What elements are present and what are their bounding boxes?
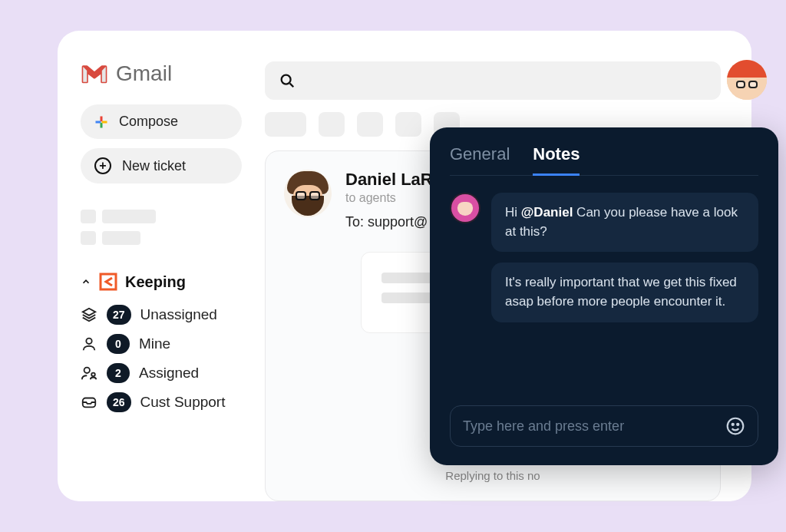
user-avatar[interactable] [727, 60, 767, 100]
inbox-icon [81, 394, 97, 411]
sidebar-item-assigned[interactable]: 2 Assigned [81, 363, 242, 383]
sidebar-item-cust-support[interactable]: 26 Cust Support [81, 392, 242, 412]
sender-avatar [284, 170, 332, 217]
svg-point-8 [91, 373, 95, 377]
compose-button[interactable]: Compose [81, 104, 242, 139]
mention[interactable]: @Daniel [521, 205, 573, 220]
svg-point-14 [737, 424, 738, 425]
search-icon [279, 72, 296, 89]
sidebar-item-label: Mine [139, 335, 170, 352]
notes-tabs: General Notes [450, 144, 758, 176]
reply-footer: Replying to this no [266, 469, 720, 482]
svg-rect-4 [101, 274, 116, 289]
toolbar-chip[interactable] [265, 112, 306, 137]
svg-rect-1 [101, 122, 103, 127]
search-input[interactable] [265, 61, 721, 100]
sidebar-item-label: Unassigned [140, 306, 217, 323]
svg-line-11 [290, 84, 294, 88]
count-badge: 0 [107, 334, 130, 354]
plus-circle-icon: + [94, 157, 111, 174]
svg-marker-5 [83, 309, 96, 316]
keeping-section-header[interactable]: Keeping [81, 273, 242, 291]
new-ticket-button[interactable]: + New ticket [81, 148, 242, 183]
svg-point-10 [282, 75, 291, 84]
sidebar: Gmail Compose + New ticket [81, 61, 242, 501]
tab-notes[interactable]: Notes [533, 144, 580, 176]
count-badge: 27 [107, 305, 131, 325]
sidebar-item-mine[interactable]: 0 Mine [81, 334, 242, 354]
keeping-logo-icon [99, 273, 117, 291]
sidebar-placeholder [81, 210, 242, 253]
people-icon [81, 365, 97, 382]
count-badge: 26 [107, 392, 131, 412]
sidebar-item-unassigned[interactable]: 27 Unassigned [81, 305, 242, 325]
emoji-icon[interactable] [725, 416, 745, 436]
compose-label: Compose [119, 114, 178, 130]
plus-multicolor-icon [94, 115, 108, 129]
toolbar-chip[interactable] [395, 112, 421, 137]
svg-rect-3 [102, 121, 107, 123]
message-bubble: Hi @Daniel Can you please have a look at… [491, 193, 758, 252]
count-badge: 2 [107, 363, 130, 383]
stack-icon [81, 306, 97, 323]
svg-rect-2 [96, 121, 101, 123]
sidebar-item-label: Cust Support [140, 394, 226, 411]
toolbar-chip[interactable] [357, 112, 383, 137]
note-message: Hi @Daniel Can you please have a look at… [450, 193, 758, 252]
toolbar-chip[interactable] [319, 112, 345, 137]
gmail-icon [81, 63, 108, 84]
svg-point-13 [732, 424, 734, 425]
new-ticket-label: New ticket [122, 158, 186, 174]
message-bubble: It's really important that we get this f… [491, 263, 758, 322]
notes-input-placeholder: Type here and press enter [463, 418, 624, 435]
logo: Gmail [81, 61, 242, 86]
notes-input[interactable]: Type here and press enter [450, 405, 758, 447]
note-author-avatar [450, 193, 481, 223]
notes-panel: General Notes Hi @Daniel Can you please … [430, 127, 778, 465]
person-icon [81, 335, 97, 352]
notes-messages: Hi @Daniel Can you please have a look at… [450, 193, 758, 405]
chevron-up-icon [81, 276, 91, 287]
svg-point-7 [84, 368, 90, 373]
svg-point-6 [86, 339, 91, 344]
keeping-label: Keeping [125, 273, 186, 291]
tab-general[interactable]: General [450, 144, 510, 175]
svg-rect-0 [101, 116, 103, 121]
note-message: It's really important that we get this f… [450, 263, 758, 322]
app-title: Gmail [116, 61, 172, 86]
sidebar-item-label: Assigned [139, 365, 199, 382]
svg-point-12 [728, 418, 744, 435]
